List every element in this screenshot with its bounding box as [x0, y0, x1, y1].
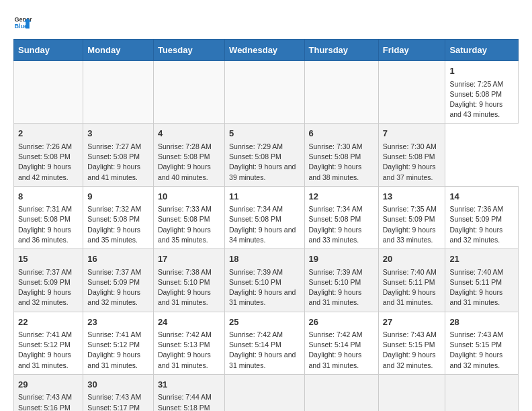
calendar-cell: 23Sunrise: 7:41 AMSunset: 5:12 PMDayligh…: [83, 312, 154, 374]
cell-info: Sunrise: 7:41 AMSunset: 5:12 PMDaylight:…: [18, 330, 79, 371]
calendar-week-3: 8Sunrise: 7:31 AMSunset: 5:08 PMDaylight…: [14, 186, 519, 248]
day-number: 20: [383, 253, 441, 266]
calendar-cell: [83, 61, 154, 124]
calendar-cell: 6Sunrise: 7:30 AMSunset: 5:08 PMDaylight…: [304, 124, 378, 186]
cell-info: Sunrise: 7:34 AMSunset: 5:08 PMDaylight:…: [309, 204, 374, 245]
day-number: 23: [87, 316, 149, 329]
day-number: 27: [383, 316, 441, 329]
day-number: 18: [229, 253, 300, 266]
cell-info: Sunrise: 7:42 AMSunset: 5:14 PMDaylight:…: [229, 330, 300, 371]
cell-info: Sunrise: 7:36 AMSunset: 5:09 PMDaylight:…: [449, 204, 514, 245]
calendar-cell: 12Sunrise: 7:34 AMSunset: 5:08 PMDayligh…: [304, 186, 378, 248]
cell-info: Sunrise: 7:43 AMSunset: 5:16 PMDaylight:…: [18, 392, 79, 411]
calendar-table: SundayMondayTuesdayWednesdayThursdayFrid…: [13, 39, 519, 411]
day-number: 24: [158, 316, 220, 329]
calendar-cell: 14Sunrise: 7:36 AMSunset: 5:09 PMDayligh…: [445, 186, 519, 248]
day-number: 2: [18, 127, 79, 140]
day-number: 9: [87, 190, 149, 203]
day-number: 19: [309, 253, 374, 266]
calendar-cell: 11Sunrise: 7:34 AMSunset: 5:08 PMDayligh…: [225, 186, 304, 248]
cell-info: Sunrise: 7:31 AMSunset: 5:08 PMDaylight:…: [18, 204, 79, 245]
calendar-cell: 9Sunrise: 7:32 AMSunset: 5:08 PMDaylight…: [83, 186, 154, 248]
calendar-week-5: 22Sunrise: 7:41 AMSunset: 5:12 PMDayligh…: [14, 312, 519, 374]
day-number: 11: [229, 190, 300, 203]
day-number: 6: [309, 127, 374, 140]
day-number: 21: [449, 253, 514, 266]
header-day-tuesday: Tuesday: [153, 40, 224, 61]
day-number: 7: [383, 127, 441, 140]
cell-info: Sunrise: 7:42 AMSunset: 5:13 PMDaylight:…: [158, 330, 220, 371]
day-number: 15: [18, 253, 79, 266]
calendar-cell: 19Sunrise: 7:39 AMSunset: 5:10 PMDayligh…: [304, 249, 378, 312]
calendar-cell: 3Sunrise: 7:27 AMSunset: 5:08 PMDaylight…: [83, 124, 154, 186]
cell-info: Sunrise: 7:30 AMSunset: 5:08 PMDaylight:…: [309, 142, 374, 183]
day-number: 31: [158, 378, 220, 392]
calendar-cell: 28Sunrise: 7:43 AMSunset: 5:15 PMDayligh…: [445, 312, 519, 374]
day-number: 13: [383, 190, 441, 203]
cell-info: Sunrise: 7:30 AMSunset: 5:08 PMDaylight:…: [383, 142, 441, 183]
cell-info: Sunrise: 7:37 AMSunset: 5:09 PMDaylight:…: [18, 267, 79, 308]
header: General Blue: [13, 13, 519, 32]
header-day-sunday: Sunday: [14, 40, 83, 61]
cell-info: Sunrise: 7:44 AMSunset: 5:18 PMDaylight:…: [158, 392, 220, 411]
calendar-cell: 27Sunrise: 7:43 AMSunset: 5:15 PMDayligh…: [378, 312, 445, 374]
calendar-cell: 30Sunrise: 7:43 AMSunset: 5:17 PMDayligh…: [83, 374, 154, 411]
cell-info: Sunrise: 7:33 AMSunset: 5:08 PMDaylight:…: [158, 204, 220, 245]
day-number: 12: [309, 190, 374, 203]
calendar-week-2: 2Sunrise: 7:26 AMSunset: 5:08 PMDaylight…: [14, 124, 519, 186]
day-number: 10: [158, 190, 220, 203]
calendar-cell: [304, 61, 378, 124]
header-day-monday: Monday: [83, 40, 154, 61]
calendar-cell: [304, 374, 378, 411]
cell-info: Sunrise: 7:42 AMSunset: 5:14 PMDaylight:…: [309, 330, 374, 371]
calendar-cell: 10Sunrise: 7:33 AMSunset: 5:08 PMDayligh…: [153, 186, 224, 248]
day-number: 14: [449, 190, 514, 203]
cell-info: Sunrise: 7:29 AMSunset: 5:08 PMDaylight:…: [229, 142, 300, 183]
logo-icon: General Blue: [13, 13, 32, 32]
calendar-cell: 26Sunrise: 7:42 AMSunset: 5:14 PMDayligh…: [304, 312, 378, 374]
calendar-cell: [378, 61, 445, 124]
day-number: 4: [158, 127, 220, 140]
cell-info: Sunrise: 7:41 AMSunset: 5:12 PMDaylight:…: [87, 330, 149, 371]
calendar-cell: [445, 374, 519, 411]
calendar-cell: 13Sunrise: 7:35 AMSunset: 5:09 PMDayligh…: [378, 186, 445, 248]
calendar-week-6: 29Sunrise: 7:43 AMSunset: 5:16 PMDayligh…: [14, 374, 519, 411]
header-day-wednesday: Wednesday: [225, 40, 304, 61]
day-number: 28: [449, 316, 514, 329]
cell-info: Sunrise: 7:26 AMSunset: 5:08 PMDaylight:…: [18, 142, 79, 183]
calendar-cell: [378, 374, 445, 411]
calendar-cell: 17Sunrise: 7:38 AMSunset: 5:10 PMDayligh…: [153, 249, 224, 312]
calendar-cell: 25Sunrise: 7:42 AMSunset: 5:14 PMDayligh…: [225, 312, 304, 374]
day-number: 26: [309, 316, 374, 329]
calendar-cell: 31Sunrise: 7:44 AMSunset: 5:18 PMDayligh…: [153, 374, 224, 411]
calendar-cell: 22Sunrise: 7:41 AMSunset: 5:12 PMDayligh…: [14, 312, 83, 374]
calendar-cell: [153, 61, 224, 124]
calendar-cell: 20Sunrise: 7:40 AMSunset: 5:11 PMDayligh…: [378, 249, 445, 312]
calendar-cell: 2Sunrise: 7:26 AMSunset: 5:08 PMDaylight…: [14, 124, 83, 186]
calendar-cell: 1Sunrise: 7:25 AMSunset: 5:08 PMDaylight…: [445, 61, 519, 124]
cell-info: Sunrise: 7:28 AMSunset: 5:08 PMDaylight:…: [158, 142, 220, 183]
logo: General Blue: [13, 13, 32, 32]
cell-info: Sunrise: 7:43 AMSunset: 5:15 PMDaylight:…: [383, 330, 441, 371]
day-number: 25: [229, 316, 300, 329]
day-number: 16: [87, 253, 149, 266]
cell-info: Sunrise: 7:38 AMSunset: 5:10 PMDaylight:…: [158, 267, 220, 308]
day-number: 22: [18, 316, 79, 329]
calendar-cell: [225, 61, 304, 124]
cell-info: Sunrise: 7:40 AMSunset: 5:11 PMDaylight:…: [449, 267, 514, 308]
cell-info: Sunrise: 7:43 AMSunset: 5:15 PMDaylight:…: [449, 330, 514, 371]
day-number: 17: [158, 253, 220, 266]
header-day-friday: Friday: [378, 40, 445, 61]
calendar-cell: 7Sunrise: 7:30 AMSunset: 5:08 PMDaylight…: [378, 124, 445, 186]
calendar-cell: 4Sunrise: 7:28 AMSunset: 5:08 PMDaylight…: [153, 124, 224, 186]
cell-info: Sunrise: 7:37 AMSunset: 5:09 PMDaylight:…: [87, 267, 149, 308]
day-number: 8: [18, 190, 79, 203]
day-number: 1: [449, 64, 514, 78]
cell-info: Sunrise: 7:39 AMSunset: 5:10 PMDaylight:…: [229, 267, 300, 308]
cell-info: Sunrise: 7:43 AMSunset: 5:17 PMDaylight:…: [87, 392, 149, 411]
header-day-saturday: Saturday: [445, 40, 519, 61]
cell-info: Sunrise: 7:34 AMSunset: 5:08 PMDaylight:…: [229, 204, 300, 245]
day-number: 5: [229, 127, 300, 140]
calendar-cell: 18Sunrise: 7:39 AMSunset: 5:10 PMDayligh…: [225, 249, 304, 312]
calendar-cell: 24Sunrise: 7:42 AMSunset: 5:13 PMDayligh…: [153, 312, 224, 374]
